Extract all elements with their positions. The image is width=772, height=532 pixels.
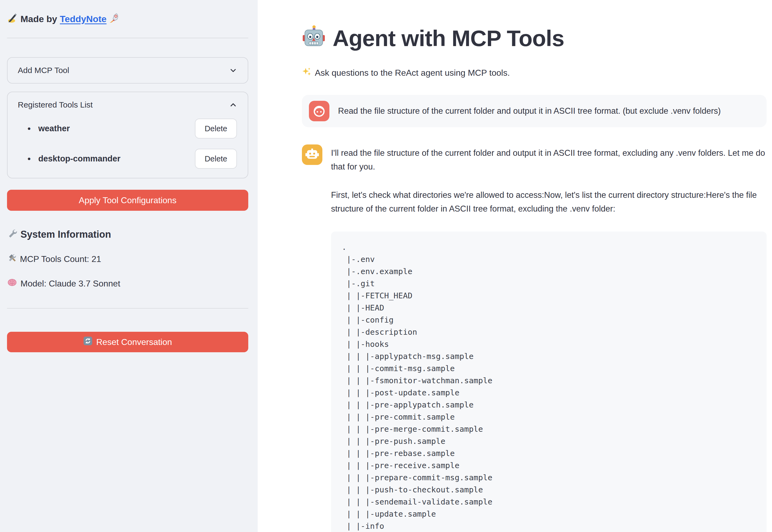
made-by-text: Made by xyxy=(20,14,57,24)
sidebar-divider-top xyxy=(7,38,248,38)
page-title-text: Agent with MCP Tools xyxy=(333,25,564,51)
mcp-tools-count-line: MCP Tools Count: 21 xyxy=(7,253,248,265)
registered-tools-expander-header[interactable]: Registered Tools List xyxy=(8,92,248,115)
delete-desktop-commander-button[interactable]: Delete xyxy=(195,149,237,169)
teddynote-link[interactable]: TeddyNote xyxy=(60,14,106,24)
ascii-tree-code-block: . |-.env |-.env.example |-.git | |-FETCH… xyxy=(331,232,767,532)
assistant-paragraph-1: I'll read the file structure of the curr… xyxy=(331,146,767,174)
user-avatar xyxy=(309,101,329,121)
add-mcp-tool-expander-header[interactable]: Add MCP Tool xyxy=(8,58,248,83)
hammer-and-wrench-icon xyxy=(7,253,17,265)
reset-conversation-button[interactable]: Reset Conversation xyxy=(7,332,248,352)
tool-row-weather: • weather Delete xyxy=(8,119,248,139)
sparkles-icon xyxy=(302,67,312,79)
reset-button-label: Reset Conversation xyxy=(96,337,172,347)
tool-name: desktop-commander xyxy=(38,154,195,164)
user-chat-message: Read the file structure of the current f… xyxy=(302,95,767,127)
add-mcp-tool-expander: Add MCP Tool xyxy=(7,57,248,84)
model-label: Model: Claude 3.7 Sonnet xyxy=(20,279,120,289)
delete-weather-button[interactable]: Delete xyxy=(195,119,237,139)
reset-arrows-icon xyxy=(83,336,92,348)
model-line: Model: Claude 3.7 Sonnet xyxy=(7,277,248,290)
assistant-message-body: I'll read the file structure of the curr… xyxy=(331,144,767,532)
robot-icon xyxy=(302,24,326,53)
system-information-label: System Information xyxy=(20,229,111,240)
registered-tools-expander: Registered Tools List • weather Delete •… xyxy=(7,92,248,178)
rocket-icon xyxy=(109,13,119,25)
mcp-tools-count-label: MCP Tools Count: 21 xyxy=(20,254,101,264)
assistant-avatar xyxy=(302,144,322,165)
subtitle: Ask questions to the ReAct agent using M… xyxy=(302,67,767,79)
sidebar: Made by TeddyNote Add MCP Tool Registere… xyxy=(0,0,258,532)
chevron-down-icon xyxy=(229,66,237,75)
apply-button-label: Apply Tool Configurations xyxy=(79,195,176,205)
assistant-paragraph-2: First, let's check what directories we'r… xyxy=(331,188,767,216)
page-title: Agent with MCP Tools xyxy=(302,24,767,53)
bullet: • xyxy=(27,124,31,133)
add-mcp-tool-label: Add MCP Tool xyxy=(18,66,69,75)
subtitle-text: Ask questions to the ReAct agent using M… xyxy=(315,68,510,78)
main-content: Agent with MCP Tools Ask questions to th… xyxy=(258,0,772,532)
registered-tools-label: Registered Tools List xyxy=(18,100,93,109)
chevron-up-icon xyxy=(229,101,237,109)
writing-hand-icon xyxy=(7,12,18,25)
tool-name: weather xyxy=(38,124,195,133)
user-message-text: Read the file structure of the current f… xyxy=(338,104,760,118)
tool-row-desktop-commander: • desktop-commander Delete xyxy=(8,149,248,169)
apply-tool-configurations-button[interactable]: Apply Tool Configurations xyxy=(7,190,248,211)
made-by-line: Made by TeddyNote xyxy=(7,12,248,25)
assistant-chat-message: I'll read the file structure of the curr… xyxy=(302,144,767,532)
wrench-icon xyxy=(7,228,17,241)
system-information-heading: System Information xyxy=(7,228,248,241)
sidebar-divider-bottom xyxy=(7,308,248,309)
brain-icon xyxy=(7,277,17,290)
bullet: • xyxy=(27,154,31,163)
